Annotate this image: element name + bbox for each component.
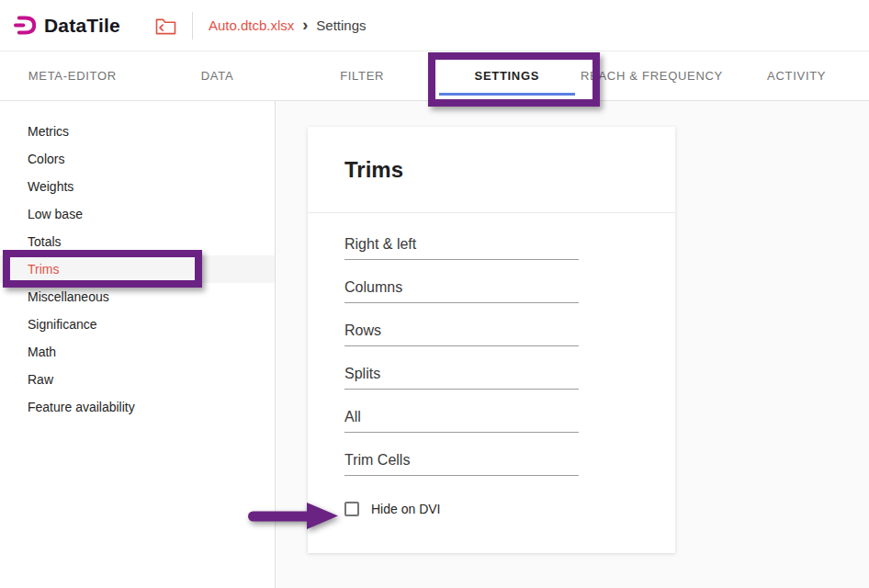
- sidebar-item-colors[interactable]: Colors: [0, 145, 275, 173]
- field-rows[interactable]: Rows: [344, 303, 579, 346]
- trims-fields: Right & left Columns Rows Splits All Tri…: [308, 213, 675, 516]
- hide-on-dvi-checkbox[interactable]: [344, 502, 359, 516]
- sidebar-item-feature-availability[interactable]: Feature availability: [0, 393, 275, 421]
- settings-sidebar: Metrics Colors Weights Low base Totals T…: [0, 101, 276, 588]
- field-splits[interactable]: Splits: [344, 346, 579, 390]
- sidebar-item-miscellaneous[interactable]: Miscellaneous: [0, 283, 275, 311]
- sidebar-item-raw[interactable]: Raw: [0, 366, 275, 393]
- tab-activity[interactable]: ACTIVITY: [724, 51, 869, 100]
- sidebar-item-weights[interactable]: Weights: [0, 173, 275, 200]
- open-folder-icon[interactable]: [155, 17, 176, 35]
- breadcrumb: Auto.dtcb.xlsx › Settings: [209, 17, 367, 33]
- breadcrumb-current-page: Settings: [316, 17, 366, 33]
- app-window: DataTile Auto.dtcb.xlsx › Settings META-…: [0, 0, 869, 588]
- tab-data[interactable]: DATA: [145, 51, 290, 100]
- settings-panel: Trims Right & left Columns Rows Splits A…: [276, 101, 869, 588]
- datatile-logo-icon: [13, 13, 38, 38]
- chevron-right-icon: ›: [302, 17, 308, 33]
- field-all[interactable]: All: [344, 390, 579, 433]
- tab-label: SETTINGS: [475, 69, 540, 83]
- sidebar-item-trims[interactable]: Trims: [0, 255, 275, 283]
- logo-text: DataTile: [44, 15, 120, 37]
- logo[interactable]: DataTile: [13, 13, 120, 38]
- tab-meta-editor[interactable]: META-EDITOR: [0, 51, 145, 100]
- sidebar-item-significance[interactable]: Significance: [0, 311, 275, 338]
- active-tab-indicator: [439, 93, 575, 96]
- field-columns[interactable]: Columns: [344, 260, 579, 303]
- app-header: DataTile Auto.dtcb.xlsx › Settings: [0, 0, 869, 51]
- field-trim-cells[interactable]: Trim Cells: [344, 433, 579, 476]
- tab-settings[interactable]: SETTINGS: [434, 51, 580, 100]
- tab-label: META-EDITOR: [28, 69, 117, 83]
- card-header: Trims: [308, 127, 675, 213]
- tab-bar: META-EDITOR DATA FILTER SETTINGS REACH &…: [0, 51, 869, 101]
- field-right-and-left[interactable]: Right & left: [344, 217, 579, 260]
- breadcrumb-file-link[interactable]: Auto.dtcb.xlsx: [209, 17, 294, 33]
- trims-card: Trims Right & left Columns Rows Splits A…: [308, 127, 675, 553]
- sidebar-item-math[interactable]: Math: [0, 338, 275, 366]
- tab-label: ACTIVITY: [767, 69, 826, 83]
- card-title: Trims: [344, 157, 675, 183]
- hide-on-dvi-label[interactable]: Hide on DVI: [371, 502, 440, 516]
- header-divider: [192, 12, 193, 40]
- tab-reach-frequency[interactable]: REACH & FREQUENCY: [580, 51, 725, 100]
- hide-on-dvi-row: Hide on DVI: [344, 502, 675, 516]
- sidebar-item-metrics[interactable]: Metrics: [0, 118, 275, 145]
- tab-filter[interactable]: FILTER: [289, 51, 434, 100]
- tab-label: DATA: [201, 69, 234, 83]
- sidebar-item-totals[interactable]: Totals: [0, 228, 275, 255]
- tab-label: REACH & FREQUENCY: [581, 69, 723, 83]
- sidebar-item-low-base[interactable]: Low base: [0, 200, 275, 228]
- tab-label: FILTER: [340, 69, 384, 83]
